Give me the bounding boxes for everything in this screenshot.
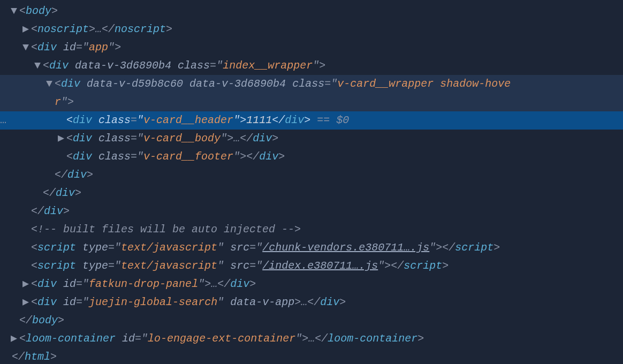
caret-right-icon[interactable]: ▶: [21, 275, 30, 293]
caret-down-icon[interactable]: ▼: [45, 75, 54, 93]
dom-node-row[interactable]: ▶<div id="fatkun-drop-panel">…</div>: [0, 275, 623, 293]
token-ang: ": [115, 241, 121, 254]
token-ang: <: [66, 114, 73, 126]
token-txt: [80, 78, 87, 90]
token-txt: [224, 260, 230, 272]
token-ang: ": [198, 278, 204, 290]
token-attrname: id: [63, 41, 76, 54]
token-ang: ": [233, 114, 240, 126]
token-ang: >: [294, 296, 301, 308]
dom-node-row[interactable]: </div>: [0, 184, 623, 202]
token-link: /index.e380711….js: [262, 260, 378, 272]
dom-node-row[interactable]: <!-- built files will be auto injected -…: [0, 221, 623, 239]
token-attrname: class: [98, 114, 131, 126]
node-content[interactable]: <div class="v-card__body">…</div>: [66, 130, 278, 148]
token-tag: loom-container: [26, 332, 116, 345]
node-content[interactable]: </body>: [19, 312, 64, 330]
token-attrname: id: [63, 278, 76, 290]
token-str: v-card__wrapper shadow-hove: [337, 78, 511, 90]
token-tag: div: [37, 41, 57, 54]
token-ang: ": [313, 59, 319, 72]
node-content[interactable]: </div>: [31, 202, 70, 221]
node-content[interactable]: <div class="v-card__footer"></div>: [66, 148, 285, 166]
token-attrname: data-v-3d6890b4: [75, 59, 171, 72]
node-content[interactable]: r">: [55, 93, 74, 111]
node-content[interactable]: <body>: [19, 2, 58, 20]
dom-node-row[interactable]: ▶<div class="v-card__body">…</div>: [0, 130, 623, 148]
caret-down-icon[interactable]: ▼: [21, 39, 30, 57]
token-str: v-card__header: [143, 114, 233, 126]
caret-none: [21, 239, 30, 257]
dom-node-row[interactable]: ▼<div data-v-3d6890b4 class="index__wrap…: [0, 57, 623, 75]
node-content[interactable]: <div class="v-card__header">1111</div> =…: [66, 111, 349, 130]
token-ang: <: [66, 132, 73, 145]
token-tag: div: [285, 114, 304, 126]
node-content[interactable]: <div data-v-d59b8c60 data-v-3d6890b4 cla…: [55, 75, 511, 93]
node-content[interactable]: <div id="juejin-global-search" data-v-ap…: [31, 293, 346, 312]
token-attrname: data-v-3d6890b4: [189, 78, 286, 90]
token-eq: =: [249, 241, 256, 254]
token-ang: </: [55, 169, 67, 181]
token-ang: ": [82, 41, 89, 54]
token-eq: =: [76, 278, 82, 290]
token-ang: >: [166, 23, 172, 35]
caret-right-icon[interactable]: ▶: [10, 330, 18, 348]
dom-node-row[interactable]: <script type="text/javascript" src="/ind…: [0, 257, 623, 275]
token-ang: <: [31, 41, 37, 54]
token-ang: ": [82, 296, 89, 308]
node-content[interactable]: </div>: [55, 166, 93, 184]
dom-tree-panel[interactable]: ▼<body>▶<noscript>…</noscript>▼<div id="…: [0, 0, 623, 364]
token-tag: script: [37, 260, 76, 272]
dom-node-row[interactable]: ▶<noscript>…</noscript>: [0, 20, 623, 39]
token-ang: <: [66, 150, 73, 163]
node-content[interactable]: <div data-v-3d6890b4 class="index__wrapp…: [43, 57, 325, 75]
dom-node-row[interactable]: r">: [0, 93, 623, 111]
dom-node-row[interactable]: ▼<div data-v-d59b8c60 data-v-3d6890b4 cl…: [0, 75, 623, 93]
dom-node-selected[interactable]: … <div class="v-card__header">1111</div>…: [0, 111, 623, 130]
caret-none: [21, 257, 30, 275]
node-content[interactable]: </div>: [43, 184, 81, 202]
dom-node-row[interactable]: </html>: [0, 348, 623, 364]
token-txt: [57, 278, 63, 290]
caret-right-icon[interactable]: ▶: [21, 293, 30, 312]
token-ang: >: [384, 260, 391, 272]
token-str: fatkun-drop-panel: [89, 278, 198, 290]
token-ang: >: [493, 241, 500, 254]
dom-node-row[interactable]: ▶<div id="juejin-global-search" data-v-a…: [0, 293, 623, 312]
token-tag: div: [56, 187, 75, 199]
node-content[interactable]: <script type="text/javascript" src="/chu…: [31, 239, 500, 257]
caret-right-icon[interactable]: ▶: [21, 20, 30, 39]
node-content[interactable]: <!-- built files will be auto injected -…: [31, 221, 301, 239]
token-tag: script: [37, 241, 76, 254]
dom-node-row[interactable]: ▼<body>: [0, 2, 623, 20]
token-ang: <: [31, 241, 37, 254]
dom-node-row[interactable]: ▼<div id="app">: [0, 39, 623, 57]
token-ang: <: [31, 23, 37, 35]
caret-down-icon[interactable]: ▼: [33, 57, 42, 75]
node-content[interactable]: <div id="app">: [31, 39, 121, 57]
token-attrname: data-v-app: [230, 296, 294, 308]
token-tag: loom-container: [328, 332, 417, 345]
token-str: lo-engage-ext-container: [148, 332, 295, 345]
dom-node-row[interactable]: <div class="v-card__footer"></div>: [0, 148, 623, 166]
token-ang: >: [51, 5, 58, 17]
node-content[interactable]: <div id="fatkun-drop-panel">…</div>: [31, 275, 256, 293]
dom-node-row[interactable]: ▶<loom-container id="lo-engage-ext-conta…: [0, 330, 623, 348]
token-attrname: type: [82, 241, 108, 254]
node-content[interactable]: <noscript>…</noscript>: [31, 20, 172, 39]
node-content[interactable]: </html>: [12, 348, 57, 364]
dom-node-row[interactable]: </div>: [0, 202, 623, 221]
token-str: juejin-global-search: [89, 296, 217, 308]
token-ang: ": [61, 96, 67, 108]
dom-node-row[interactable]: </div>: [0, 166, 623, 184]
dom-node-row[interactable]: </body>: [0, 312, 623, 330]
token-ang: ": [217, 296, 224, 308]
node-content[interactable]: <script type="text/javascript" src="/ind…: [31, 257, 449, 275]
dom-node-row[interactable]: <script type="text/javascript" src="/chu…: [0, 239, 623, 257]
caret-right-icon[interactable]: ▶: [57, 130, 65, 148]
token-tag: script: [404, 260, 442, 272]
caret-down-icon[interactable]: ▼: [10, 2, 18, 20]
node-content[interactable]: <loom-container id="lo-engage-ext-contai…: [19, 330, 424, 348]
token-ang: ": [217, 260, 224, 272]
token-ang: <: [19, 332, 26, 345]
